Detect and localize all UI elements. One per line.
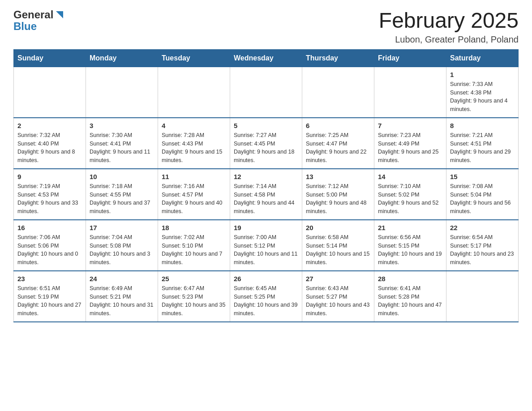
day-info: Sunrise: 7:33 AMSunset: 4:38 PMDaylight:… (450, 80, 515, 114)
calendar-cell (302, 67, 374, 118)
calendar-cell: 26Sunrise: 6:45 AMSunset: 5:25 PMDayligh… (230, 271, 302, 322)
page-title: February 2025 (379, 9, 519, 33)
day-info: Sunrise: 6:58 AMSunset: 5:14 PMDaylight:… (306, 233, 370, 267)
week-row-5: 23Sunrise: 6:51 AMSunset: 5:19 PMDayligh… (14, 271, 519, 322)
calendar-cell: 23Sunrise: 6:51 AMSunset: 5:19 PMDayligh… (14, 271, 86, 322)
day-info: Sunrise: 7:04 AMSunset: 5:08 PMDaylight:… (90, 233, 154, 267)
day-number: 20 (306, 224, 370, 231)
title-block: February 2025 Lubon, Greater Poland, Pol… (379, 9, 519, 45)
weekday-header-wednesday: Wednesday (230, 49, 302, 67)
day-info: Sunrise: 7:08 AMSunset: 5:04 PMDaylight:… (450, 182, 515, 216)
day-info: Sunrise: 7:06 AMSunset: 5:06 PMDaylight:… (17, 233, 82, 267)
calendar-cell: 9Sunrise: 7:19 AMSunset: 4:53 PMDaylight… (14, 169, 86, 220)
day-info: Sunrise: 7:14 AMSunset: 4:58 PMDaylight:… (234, 182, 298, 216)
day-number: 28 (378, 275, 442, 283)
calendar-cell: 1Sunrise: 7:33 AMSunset: 4:38 PMDaylight… (446, 67, 519, 118)
day-info: Sunrise: 7:00 AMSunset: 5:12 PMDaylight:… (234, 233, 298, 267)
day-number: 26 (234, 275, 298, 283)
calendar-cell: 7Sunrise: 7:23 AMSunset: 4:49 PMDaylight… (374, 118, 446, 169)
calendar-cell: 8Sunrise: 7:21 AMSunset: 4:51 PMDaylight… (446, 118, 519, 169)
calendar-cell: 28Sunrise: 6:41 AMSunset: 5:28 PMDayligh… (374, 271, 446, 322)
page-header: General Blue February 2025 Lubon, Greate… (13, 9, 519, 45)
calendar-table: SundayMondayTuesdayWednesdayThursdayFrid… (13, 49, 519, 322)
day-number: 22 (450, 224, 515, 231)
day-number: 15 (450, 173, 515, 180)
day-number: 10 (90, 173, 154, 180)
day-number: 3 (90, 122, 154, 129)
day-number: 1 (450, 71, 515, 78)
calendar-cell: 18Sunrise: 7:02 AMSunset: 5:10 PMDayligh… (158, 220, 230, 271)
weekday-header-sunday: Sunday (14, 49, 86, 67)
subtitle: Lubon, Greater Poland, Poland (379, 34, 519, 45)
day-info: Sunrise: 7:23 AMSunset: 4:49 PMDaylight:… (378, 131, 442, 165)
calendar-cell: 13Sunrise: 7:12 AMSunset: 5:00 PMDayligh… (302, 169, 374, 220)
calendar-cell: 16Sunrise: 7:06 AMSunset: 5:06 PMDayligh… (14, 220, 86, 271)
logo-triangle-icon (54, 9, 65, 20)
day-info: Sunrise: 7:18 AMSunset: 4:55 PMDaylight:… (90, 182, 154, 216)
day-number: 27 (306, 275, 370, 283)
day-info: Sunrise: 7:25 AMSunset: 4:47 PMDaylight:… (306, 131, 370, 165)
day-number: 9 (17, 173, 82, 180)
day-info: Sunrise: 7:32 AMSunset: 4:40 PMDaylight:… (17, 131, 82, 165)
calendar-cell: 15Sunrise: 7:08 AMSunset: 5:04 PMDayligh… (446, 169, 519, 220)
day-info: Sunrise: 6:47 AMSunset: 5:23 PMDaylight:… (162, 284, 226, 318)
calendar-cell: 4Sunrise: 7:28 AMSunset: 4:43 PMDaylight… (158, 118, 230, 169)
day-info: Sunrise: 6:41 AMSunset: 5:28 PMDaylight:… (378, 284, 442, 318)
day-number: 25 (162, 275, 226, 283)
weekday-header-tuesday: Tuesday (158, 49, 230, 67)
weekday-header-thursday: Thursday (302, 49, 374, 67)
calendar-cell: 14Sunrise: 7:10 AMSunset: 5:02 PMDayligh… (374, 169, 446, 220)
logo-blue: Blue (13, 21, 65, 32)
week-row-4: 16Sunrise: 7:06 AMSunset: 5:06 PMDayligh… (14, 220, 519, 271)
calendar-cell: 24Sunrise: 6:49 AMSunset: 5:21 PMDayligh… (86, 271, 158, 322)
weekday-header-friday: Friday (374, 49, 446, 67)
calendar-cell (86, 67, 158, 118)
week-row-1: 1Sunrise: 7:33 AMSunset: 4:38 PMDaylight… (14, 67, 519, 118)
day-info: Sunrise: 6:54 AMSunset: 5:17 PMDaylight:… (450, 233, 515, 267)
day-number: 21 (378, 224, 442, 231)
calendar-cell: 19Sunrise: 7:00 AMSunset: 5:12 PMDayligh… (230, 220, 302, 271)
day-info: Sunrise: 6:51 AMSunset: 5:19 PMDaylight:… (17, 284, 82, 318)
day-info: Sunrise: 6:45 AMSunset: 5:25 PMDaylight:… (234, 284, 298, 318)
day-number: 4 (162, 122, 226, 129)
calendar-cell: 12Sunrise: 7:14 AMSunset: 4:58 PMDayligh… (230, 169, 302, 220)
day-info: Sunrise: 7:28 AMSunset: 4:43 PMDaylight:… (162, 131, 226, 165)
day-info: Sunrise: 7:27 AMSunset: 4:45 PMDaylight:… (234, 131, 298, 165)
weekday-header-saturday: Saturday (446, 49, 519, 67)
weekday-header-row: SundayMondayTuesdayWednesdayThursdayFrid… (14, 49, 519, 67)
calendar-cell: 25Sunrise: 6:47 AMSunset: 5:23 PMDayligh… (158, 271, 230, 322)
svg-marker-0 (56, 11, 63, 18)
calendar-cell: 2Sunrise: 7:32 AMSunset: 4:40 PMDaylight… (14, 118, 86, 169)
day-info: Sunrise: 7:30 AMSunset: 4:41 PMDaylight:… (90, 131, 154, 165)
weekday-header-monday: Monday (86, 49, 158, 67)
calendar-cell: 27Sunrise: 6:43 AMSunset: 5:27 PMDayligh… (302, 271, 374, 322)
calendar-cell: 6Sunrise: 7:25 AMSunset: 4:47 PMDaylight… (302, 118, 374, 169)
calendar-cell (446, 271, 519, 322)
calendar-cell: 17Sunrise: 7:04 AMSunset: 5:08 PMDayligh… (86, 220, 158, 271)
day-number: 19 (234, 224, 298, 231)
logo: General Blue (13, 9, 65, 33)
day-number: 17 (90, 224, 154, 231)
day-info: Sunrise: 6:56 AMSunset: 5:15 PMDaylight:… (378, 233, 442, 267)
calendar-cell: 20Sunrise: 6:58 AMSunset: 5:14 PMDayligh… (302, 220, 374, 271)
day-number: 12 (234, 173, 298, 180)
calendar-cell (230, 67, 302, 118)
logo-wordmark: General Blue (13, 9, 65, 33)
calendar-cell: 3Sunrise: 7:30 AMSunset: 4:41 PMDaylight… (86, 118, 158, 169)
day-number: 23 (17, 275, 82, 283)
calendar-cell: 21Sunrise: 6:56 AMSunset: 5:15 PMDayligh… (374, 220, 446, 271)
calendar-cell (158, 67, 230, 118)
day-number: 16 (17, 224, 82, 231)
day-info: Sunrise: 7:12 AMSunset: 5:00 PMDaylight:… (306, 182, 370, 216)
day-number: 2 (17, 122, 82, 129)
week-row-2: 2Sunrise: 7:32 AMSunset: 4:40 PMDaylight… (14, 118, 519, 169)
day-number: 18 (162, 224, 226, 231)
day-info: Sunrise: 7:10 AMSunset: 5:02 PMDaylight:… (378, 182, 442, 216)
day-info: Sunrise: 7:16 AMSunset: 4:57 PMDaylight:… (162, 182, 226, 216)
day-number: 7 (378, 122, 442, 129)
day-number: 6 (306, 122, 370, 129)
day-number: 14 (378, 173, 442, 180)
calendar-cell (14, 67, 86, 118)
calendar-cell: 10Sunrise: 7:18 AMSunset: 4:55 PMDayligh… (86, 169, 158, 220)
calendar-cell: 11Sunrise: 7:16 AMSunset: 4:57 PMDayligh… (158, 169, 230, 220)
